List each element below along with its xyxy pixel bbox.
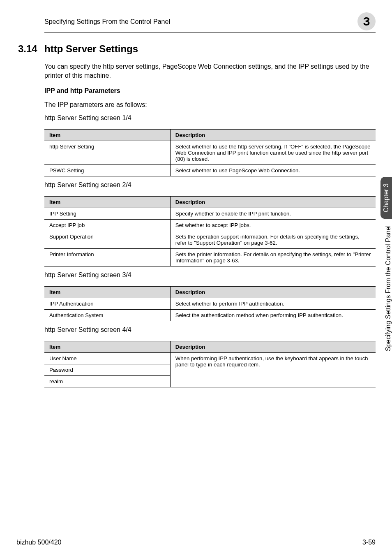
- table-row: Accept IPP job Set whether to accept IPP…: [44, 219, 376, 231]
- side-tab: Chapter 3 Specifying Settings From the C…: [380, 177, 392, 358]
- table-caption-3: http Server Setting screen 3/4: [44, 271, 376, 279]
- cell-item: Support Operation: [44, 231, 170, 248]
- cell-item: IPP Setting: [44, 208, 170, 219]
- table-row: IPP Authentication Select whether to per…: [44, 298, 376, 309]
- running-header: Specifying Settings From the Control Pan…: [44, 12, 170, 25]
- page-footer: bizhub 500/420 3-59: [16, 536, 376, 546]
- table-3: Item Description IPP Authentication Sele…: [44, 286, 376, 321]
- cell-item: User Name: [44, 352, 170, 364]
- cell-desc: Select whether to use PageScope Web Conn…: [170, 164, 376, 176]
- side-tab-title: Specifying Settings From the Control Pan…: [381, 219, 392, 358]
- table-caption-4: http Server Setting screen 4/4: [44, 326, 376, 334]
- table-row: Authentication System Select the authent…: [44, 309, 376, 321]
- sub-intro: The IPP parameters are as follows:: [44, 100, 376, 109]
- chapter-badge: 3: [357, 12, 376, 30]
- cell-item: Authentication System: [44, 309, 170, 321]
- table-4: Item Description User Name When performi…: [44, 341, 376, 387]
- table-header-desc: Description: [170, 196, 376, 208]
- cell-item: IPP Authentication: [44, 298, 170, 309]
- cell-item: Printer Information: [44, 248, 170, 266]
- table-header-desc: Description: [170, 341, 376, 352]
- table-header-item: Item: [44, 196, 170, 208]
- table-2: Item Description IPP Setting Specify whe…: [44, 196, 376, 266]
- cell-desc: Specify whether to enable the IPP print …: [170, 208, 376, 219]
- footer-right: 3-59: [362, 539, 376, 546]
- cell-item: PSWC Setting: [44, 164, 170, 176]
- sub-heading: IPP and http Parameters: [44, 87, 376, 95]
- table-1: Item Description http Server Setting Sel…: [44, 129, 376, 176]
- cell-desc: Select the authentication method when pe…: [170, 309, 376, 321]
- table-caption-2: http Server Setting screen 2/4: [44, 181, 376, 189]
- table-row: PSWC Setting Select whether to use PageS…: [44, 164, 376, 176]
- cell-item: realm: [44, 375, 170, 387]
- table-header-item: Item: [44, 341, 170, 352]
- section-heading: 3.14http Server Settings: [44, 43, 376, 55]
- cell-item: Password: [44, 364, 170, 375]
- table-row: Support Operation Sets the operation sup…: [44, 231, 376, 248]
- table-row: Printer Information Sets the printer inf…: [44, 248, 376, 266]
- table-header-item: Item: [44, 129, 170, 141]
- cell-desc: Sets the operation support information. …: [170, 231, 376, 248]
- table-header-desc: Description: [170, 129, 376, 141]
- cell-desc: Sets the printer information. For detail…: [170, 248, 376, 266]
- cell-item: http Server Setting: [44, 141, 170, 164]
- cell-desc: When performing IPP authentication, use …: [170, 352, 376, 387]
- table-row: http Server Setting Select whether to us…: [44, 141, 376, 164]
- table-header-item: Item: [44, 286, 170, 298]
- footer-left: bizhub 500/420: [16, 539, 61, 546]
- table-header-desc: Description: [170, 286, 376, 298]
- cell-desc: Set whether to accept IPP jobs.: [170, 219, 376, 231]
- side-tab-chapter: Chapter 3: [380, 177, 392, 219]
- cell-item: Accept IPP job: [44, 219, 170, 231]
- table-caption-1: http Server Setting screen 1/4: [44, 114, 376, 122]
- section-title: http Server Settings: [44, 43, 138, 54]
- table-row: IPP Setting Specify whether to enable th…: [44, 208, 376, 219]
- cell-desc: Select whether to perform IPP authentica…: [170, 298, 376, 309]
- intro-paragraph: You can specify the http server settings…: [44, 62, 376, 80]
- section-number: 3.14: [18, 43, 44, 55]
- cell-desc: Select whether to use the http server se…: [170, 141, 376, 164]
- table-row: User Name When performing IPP authentica…: [44, 352, 376, 364]
